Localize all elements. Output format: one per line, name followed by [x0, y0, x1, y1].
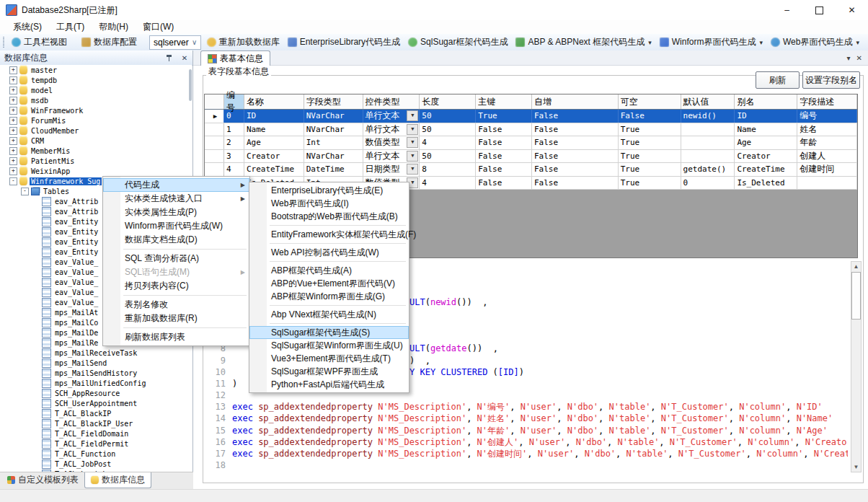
tree-database-msdb[interactable]: +msdb — [0, 95, 192, 105]
grid-cell[interactable]: False — [532, 163, 619, 176]
grid-cell[interactable]: 1 — [224, 123, 244, 136]
grid-cell[interactable] — [681, 150, 735, 163]
cell-dropdown-icon[interactable]: ▼ — [407, 110, 418, 121]
expand-icon[interactable]: + — [9, 157, 17, 165]
menubar-item[interactable]: 工具(T) — [49, 20, 92, 34]
close-button[interactable]: ✕ — [836, 0, 868, 20]
grid-cell[interactable]: NVarChar — [304, 123, 363, 136]
expand-icon[interactable]: + — [9, 167, 17, 175]
scroll-down-icon[interactable]: ▼ — [851, 462, 862, 472]
tree-table-item[interactable]: mps_MailSend — [0, 358, 192, 368]
grid-cell[interactable]: 3 — [224, 150, 244, 163]
submenu-item[interactable]: ABP框架代码生成(A) — [249, 264, 409, 277]
grid-column-header[interactable]: 主键 — [476, 94, 532, 109]
maximize-button[interactable] — [803, 0, 836, 20]
cell-dropdown-icon[interactable]: ▼ — [407, 164, 418, 175]
grid-cell[interactable] — [681, 123, 735, 136]
grid-cell[interactable]: False — [476, 150, 532, 163]
submenu-item[interactable]: SqlSugar框架Winform界面生成(U) — [249, 339, 409, 352]
scroll-up-icon[interactable]: ▲ — [851, 262, 861, 272]
grid-cell[interactable]: 日期类型▼ — [363, 163, 420, 176]
toolbar-button[interactable]: Web界面代码生成▾ — [769, 35, 862, 49]
tree-database-WeixinApp[interactable]: +WeixinApp — [0, 166, 192, 176]
cell-dropdown-icon[interactable]: ▼ — [407, 137, 418, 148]
tree-table-item[interactable]: T_ACL_BlackIP_User — [0, 418, 192, 428]
toolbar-button[interactable]: Winform界面代码生成▾ — [657, 35, 765, 49]
grid-cell[interactable]: 数值类型▼ — [363, 136, 420, 149]
grid-cell[interactable]: Int — [304, 136, 363, 149]
expand-icon[interactable]: + — [9, 97, 17, 105]
tree-database-WinFramework[interactable]: +WinFramework — [0, 105, 192, 115]
grid-column-header[interactable]: 字段描述 — [797, 94, 857, 109]
context-menu-item[interactable]: 重新加载数据库(R) — [103, 312, 249, 325]
tree-table-item[interactable]: SCH_UserAppointment — [0, 398, 192, 408]
context-menu-item[interactable]: SQL语句生成(M)▶ — [103, 265, 249, 279]
tree-database-ForumMis[interactable]: +ForumMis — [0, 115, 192, 126]
expand-icon[interactable]: + — [9, 66, 17, 74]
tree-database-CRM[interactable]: +CRM — [0, 136, 192, 146]
grid-cell[interactable]: 4 — [224, 163, 244, 176]
grid-cell[interactable]: 单行文本▼ — [363, 123, 420, 136]
tree-table-item[interactable]: T_ACL_FieldDomain — [0, 428, 192, 439]
table-row[interactable]: 1NameNVarChar单行文本▼50FalseFalseTrueName姓名 — [205, 123, 857, 137]
cell-dropdown-icon[interactable]: ▼ — [407, 151, 418, 162]
expand-icon[interactable]: + — [9, 87, 17, 94]
submenu-item[interactable]: SqlSugar框架WPF界面生成 — [249, 365, 409, 378]
cell-dropdown-icon[interactable]: ▼ — [407, 124, 418, 135]
grid-cell[interactable]: False — [476, 136, 532, 149]
row-selector-cell[interactable] — [205, 123, 224, 136]
submenu-item[interactable]: Web API控制器代码生成(W) — [249, 246, 409, 259]
grid-column-header[interactable]: 字段类型 — [304, 94, 363, 109]
grid-cell[interactable]: 单行文本▼ — [363, 150, 420, 163]
context-menu-item[interactable]: 表别名修改 — [103, 298, 249, 312]
row-selector-cell[interactable]: ▶ — [205, 110, 224, 123]
context-menu-item[interactable]: 代码生成▶ — [103, 178, 249, 192]
grid-cell[interactable]: 年龄 — [797, 136, 857, 149]
grid-cell[interactable]: True — [619, 163, 681, 176]
grid-cell[interactable]: 50 — [420, 110, 476, 123]
tree-database-MemberMis[interactable]: +MemberMis — [0, 146, 192, 156]
grid-cell[interactable]: 2 — [224, 136, 244, 149]
grid-cell[interactable]: False — [476, 163, 532, 176]
tree-scrollbar[interactable] — [189, 69, 192, 101]
grid-cell[interactable]: NVarChar — [304, 150, 363, 163]
grid-cell[interactable]: True — [619, 177, 681, 190]
grid-cell[interactable]: False — [532, 136, 619, 149]
grid-cell[interactable]: False — [619, 110, 681, 123]
context-menu-item[interactable]: SQL 查询分析器(A) — [103, 252, 249, 265]
context-menu-item[interactable]: 拷贝列表内容(C) — [103, 279, 249, 293]
grid-cell[interactable]: False — [532, 123, 619, 136]
grid-cell[interactable]: ID — [244, 110, 304, 123]
grid-cell[interactable]: False — [532, 150, 619, 163]
grid-cell[interactable]: 4 — [420, 177, 476, 190]
editor-scrollbar-thumb[interactable] — [851, 272, 861, 320]
submenu-item[interactable]: EntityFramework实体框架代码生成(F) — [249, 228, 409, 241]
tab-close-icon[interactable]: ✕ — [856, 54, 862, 62]
table-row[interactable]: ▶0IDNVarChar单行文本▼50TrueFalseFalsenewid()… — [205, 110, 857, 123]
tree-table-item[interactable]: mps_MailUnifiedConfig — [0, 378, 192, 388]
grid-cell[interactable]: False — [532, 177, 619, 190]
grid-cell[interactable]: ID — [735, 110, 797, 123]
grid-cell[interactable]: CreateTime — [735, 163, 797, 176]
grid-cell[interactable] — [797, 177, 857, 190]
grid-cell[interactable]: 姓名 — [797, 123, 857, 136]
grid-cell[interactable]: True — [476, 110, 532, 123]
row-selector-cell[interactable] — [205, 163, 224, 176]
grid-column-header[interactable]: 长度 — [420, 94, 476, 109]
tree-database-tempdb[interactable]: +tempdb — [0, 75, 192, 85]
expand-icon[interactable]: + — [9, 107, 17, 115]
grid-cell[interactable]: 50 — [420, 123, 476, 136]
grid-cell[interactable]: True — [619, 123, 681, 136]
toolbar-button[interactable]: 数据库配置 — [79, 35, 139, 49]
table-row[interactable]: 2AgeInt数值类型▼4FalseFalseTrueAge年龄 — [205, 136, 857, 150]
grid-cell[interactable]: 创建时间 — [797, 163, 857, 176]
tree-table-item[interactable]: SCH_AppResource — [0, 388, 192, 398]
context-menu-item[interactable]: 实体类生成快速入口▶ — [103, 192, 249, 206]
grid-cell[interactable]: Age — [244, 136, 304, 149]
grid-cell[interactable]: Name — [735, 123, 797, 136]
row-selector-cell[interactable] — [205, 150, 224, 163]
expand-icon[interactable]: + — [9, 127, 17, 135]
expand-icon[interactable]: + — [9, 137, 17, 145]
grid-cell[interactable]: 0 — [681, 177, 735, 190]
submenu-item[interactable]: ABP框架Winform界面生成(G) — [249, 290, 409, 303]
